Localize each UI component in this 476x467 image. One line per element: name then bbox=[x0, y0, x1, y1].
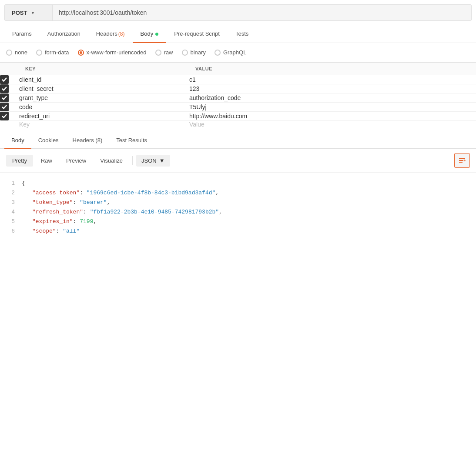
value-cell-0[interactable]: c1 bbox=[189, 75, 476, 84]
row-checkbox-2[interactable] bbox=[0, 93, 9, 102]
key-cell-2[interactable]: grant_type bbox=[19, 93, 189, 103]
format-raw[interactable]: Raw bbox=[35, 155, 58, 167]
radio-circle-form-data bbox=[36, 50, 42, 56]
key-cell-0[interactable]: client_id bbox=[19, 75, 189, 84]
line-number: 3 bbox=[4, 198, 22, 207]
tab-tests[interactable]: Tests bbox=[228, 25, 256, 43]
table-row: code T5Ulyj bbox=[0, 103, 476, 112]
request-tabs: Params Authorization Headers(8) Body Pre… bbox=[0, 25, 476, 43]
empty-row: Key Value bbox=[0, 121, 476, 128]
checkbox-cell bbox=[0, 75, 19, 84]
tab-pre-request[interactable]: Pre-request Script bbox=[166, 25, 228, 43]
format-bar: Pretty Raw Preview Visualize JSON ▼ bbox=[0, 149, 476, 173]
radio-circle-binary bbox=[182, 50, 188, 56]
json-format-dropdown[interactable]: JSON ▼ bbox=[136, 155, 170, 167]
json-line: 5 "expires_in": 7199, bbox=[4, 217, 472, 227]
wrap-button[interactable] bbox=[454, 153, 470, 168]
response-tab-headers[interactable]: Headers (8) bbox=[66, 133, 110, 149]
response-tab-body[interactable]: Body bbox=[4, 133, 31, 149]
body-type-row: none form-data x-www-form-urlencoded raw… bbox=[0, 43, 476, 62]
row-checkbox-3[interactable] bbox=[0, 103, 9, 111]
line-number: 5 bbox=[4, 217, 22, 227]
value-cell-3[interactable]: T5Ulyj bbox=[189, 103, 476, 112]
params-table: KEY VALUE client_id c1 client_secret 123… bbox=[0, 62, 476, 128]
tab-body[interactable]: Body bbox=[133, 25, 167, 43]
chevron-down-icon: ▼ bbox=[159, 157, 165, 164]
checkbox-cell bbox=[0, 112, 19, 121]
value-cell-4[interactable]: http://www.baidu.com bbox=[189, 112, 476, 121]
radio-graphql[interactable]: GraphQL bbox=[215, 49, 246, 56]
format-visualize[interactable]: Visualize bbox=[94, 155, 129, 167]
format-preview[interactable]: Preview bbox=[60, 155, 92, 167]
url-input[interactable] bbox=[53, 5, 471, 20]
row-checkbox-1[interactable] bbox=[0, 84, 9, 93]
checkbox-cell bbox=[0, 84, 19, 93]
format-pretty[interactable]: Pretty bbox=[6, 155, 33, 167]
tab-authorization[interactable]: Authorization bbox=[40, 25, 88, 43]
value-cell-1[interactable]: 123 bbox=[189, 84, 476, 93]
table-row: grant_type authorization_code bbox=[0, 93, 476, 103]
chevron-down-icon: ▼ bbox=[30, 10, 35, 15]
radio-raw[interactable]: raw bbox=[155, 49, 173, 56]
response-tabs: Body Cookies Headers (8) Test Results bbox=[0, 133, 476, 149]
radio-none[interactable]: none bbox=[6, 49, 27, 56]
table-row: client_secret 123 bbox=[0, 84, 476, 93]
row-checkbox-0[interactable] bbox=[0, 75, 9, 84]
radio-circle-raw bbox=[155, 50, 161, 56]
json-line: 2 "access_token": "1969c6ed-1cbe-4f8b-84… bbox=[4, 188, 472, 198]
line-number: 1 bbox=[4, 179, 22, 188]
key-cell-3[interactable]: code bbox=[19, 103, 189, 112]
json-line: 6 "scope": "all" bbox=[4, 227, 472, 236]
line-number: 6 bbox=[4, 227, 22, 236]
table-row: redirect_uri http://www.baidu.com bbox=[0, 112, 476, 121]
col-value: VALUE bbox=[189, 63, 476, 75]
tab-params[interactable]: Params bbox=[4, 25, 40, 43]
method-dropdown[interactable]: POST ▼ bbox=[5, 5, 53, 20]
line-number: 2 bbox=[4, 188, 22, 198]
radio-circle-none bbox=[6, 50, 12, 56]
json-line: 4 "refresh_token": "fbf1a922-2b3b-4e10-9… bbox=[4, 207, 472, 217]
response-tab-test-results[interactable]: Test Results bbox=[109, 133, 154, 149]
radio-circle-graphql bbox=[215, 50, 221, 56]
body-active-dot bbox=[155, 33, 158, 36]
value-cell-2[interactable]: authorization_code bbox=[189, 93, 476, 103]
tab-headers[interactable]: Headers(8) bbox=[88, 25, 133, 43]
col-key: KEY bbox=[19, 63, 189, 75]
radio-form-data[interactable]: form-data bbox=[36, 49, 69, 56]
format-divider bbox=[132, 156, 133, 165]
response-tab-cookies[interactable]: Cookies bbox=[31, 133, 66, 149]
json-line: 1{ bbox=[4, 179, 472, 188]
table-row: client_id c1 bbox=[0, 75, 476, 84]
value-placeholder[interactable]: Value bbox=[189, 121, 476, 128]
key-cell-4[interactable]: redirect_uri bbox=[19, 112, 189, 121]
response-body: 1{ 2 "access_token": "1969c6ed-1cbe-4f8b… bbox=[0, 173, 476, 243]
radio-binary[interactable]: binary bbox=[182, 49, 206, 56]
radio-circle-x-www-form-urlencoded bbox=[78, 50, 84, 56]
key-placeholder[interactable]: Key bbox=[19, 121, 189, 128]
key-cell-1[interactable]: client_secret bbox=[19, 84, 189, 93]
checkbox-cell bbox=[0, 103, 19, 112]
row-checkbox-4[interactable] bbox=[0, 112, 9, 120]
method-label: POST bbox=[12, 10, 27, 16]
line-number: 4 bbox=[4, 207, 22, 217]
url-bar: POST ▼ bbox=[4, 4, 472, 21]
json-line: 3 "token_type": "bearer", bbox=[4, 198, 472, 207]
radio-x-www-form-urlencoded[interactable]: x-www-form-urlencoded bbox=[78, 49, 147, 56]
checkbox-cell bbox=[0, 93, 19, 103]
